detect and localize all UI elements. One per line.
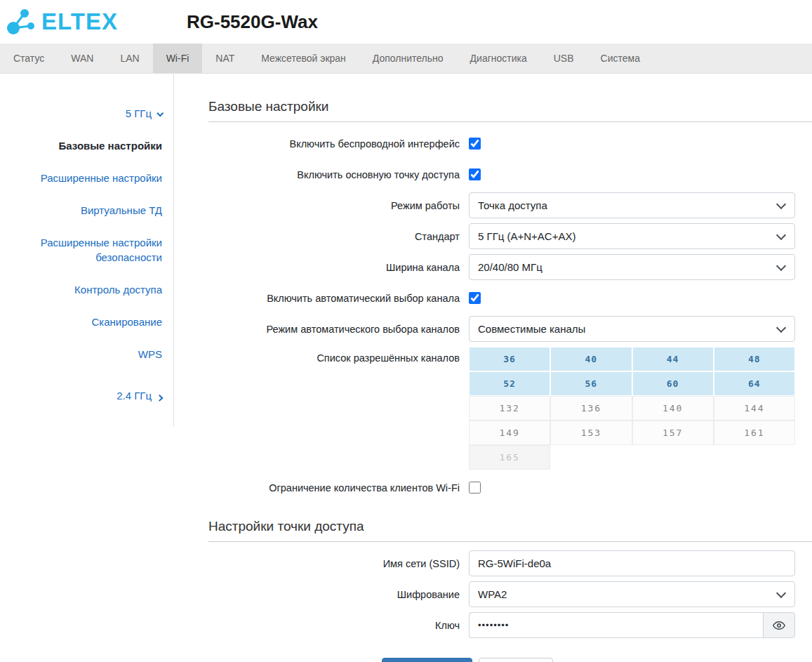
work-mode-select-wrap: Точка доступа xyxy=(469,192,795,218)
auto-channel-row: Включить автоматический выбор канала xyxy=(208,285,812,311)
bandwidth-label: Ширина канала xyxy=(208,262,469,273)
work-mode-select[interactable]: Точка доступа xyxy=(469,192,795,218)
channel-cell-36[interactable]: 36 xyxy=(469,347,550,371)
main-nav: Статус WAN LAN Wi-Fi NAT Межсетевой экра… xyxy=(0,44,812,74)
standard-row: Стандарт 5 ГГц (A+N+AC+AX) xyxy=(208,223,812,249)
nav-tab-status[interactable]: Статус xyxy=(0,44,58,73)
channel-cell-44[interactable]: 44 xyxy=(632,347,714,371)
sidebar-item-wps[interactable]: WPS xyxy=(0,347,162,362)
standard-label: Стандарт xyxy=(208,231,469,242)
chevron-right-icon xyxy=(157,395,164,402)
channel-cell-48[interactable]: 48 xyxy=(714,347,795,371)
nav-tab-advanced[interactable]: Дополнительно xyxy=(359,44,457,73)
nav-tab-lan[interactable]: LAN xyxy=(107,44,152,73)
client-limit-label: Ограничение количества клиентов Wi-Fi xyxy=(208,482,469,494)
channel-cell-52[interactable]: 52 xyxy=(469,371,550,396)
encryption-label: Шифрование xyxy=(208,589,469,600)
key-input[interactable] xyxy=(469,612,763,638)
channel-cell-64[interactable]: 64 xyxy=(714,371,795,396)
auto-channel-mode-label: Режим автоматического выбора каналов xyxy=(208,324,469,335)
sidebar: 5 ГГц Базовые настройки Расширенные наст… xyxy=(0,74,174,427)
nav-tab-usb[interactable]: USB xyxy=(540,44,587,73)
channel-cell-157[interactable]: 157 xyxy=(632,421,714,445)
eltex-molecule-icon xyxy=(6,8,36,36)
allowed-channels-label: Список разрешённых каналов xyxy=(208,347,469,364)
key-label: Ключ xyxy=(208,620,469,631)
form-actions: ✓ Применить ✕ Отмена xyxy=(382,658,812,662)
encryption-select[interactable]: WPA2 xyxy=(469,581,795,607)
auto-channel-mode-select-wrap: Совместимые каналы xyxy=(469,316,795,342)
encryption-select-wrap: WPA2 xyxy=(469,581,795,607)
enable-wireless-row: Включить беспроводной интерфейс xyxy=(208,131,812,157)
sidebar-item-advanced-security[interactable]: Расширенные настройки безопасности xyxy=(0,235,162,265)
channel-cell-149[interactable]: 149 xyxy=(469,421,550,445)
apply-button[interactable]: ✓ Применить xyxy=(382,658,472,662)
allowed-channels-grid: 36 40 44 48 52 56 60 64 132 136 140 144 … xyxy=(469,347,795,470)
sidebar-group-24ghz[interactable]: 2.4 ГГц xyxy=(0,388,162,403)
bandwidth-select-wrap: 20/40/80 МГц xyxy=(469,254,795,280)
key-row: Ключ xyxy=(208,612,812,638)
main-content: Базовые настройки Включить беспроводной … xyxy=(174,74,812,662)
nav-tab-wifi[interactable]: Wi-Fi xyxy=(153,44,203,73)
bandwidth-select[interactable]: 20/40/80 МГц xyxy=(469,254,795,280)
auto-channel-label: Включить автоматический выбор канала xyxy=(208,293,469,304)
ssid-label: Имя сети (SSID) xyxy=(208,558,469,569)
nav-tab-wan[interactable]: WAN xyxy=(58,44,107,73)
content-layout: 5 ГГц Базовые настройки Расширенные наст… xyxy=(0,74,812,662)
client-limit-row: Ограничение количества клиентов Wi-Fi xyxy=(208,475,812,501)
bandwidth-row: Ширина канала 20/40/80 МГц xyxy=(208,254,812,280)
sidebar-group-5ghz-label: 5 ГГц xyxy=(126,107,152,119)
eltex-logo: ELTEX xyxy=(6,8,154,36)
channel-cell-140[interactable]: 140 xyxy=(632,396,714,421)
key-reveal-button[interactable] xyxy=(763,612,795,638)
channel-cell-40[interactable]: 40 xyxy=(550,347,632,371)
sidebar-group-5ghz[interactable]: 5 ГГц xyxy=(0,106,162,121)
sidebar-item-virtual-ap[interactable]: Виртуальные ТД xyxy=(0,203,162,218)
channel-cell-132[interactable]: 132 xyxy=(469,396,550,421)
ssid-row: Имя сети (SSID) xyxy=(208,550,812,576)
enable-main-ap-checkbox[interactable] xyxy=(469,168,481,180)
channel-cell-144[interactable]: 144 xyxy=(714,396,795,421)
enable-wireless-checkbox[interactable] xyxy=(469,138,481,150)
sidebar-item-advanced-settings[interactable]: Расширенные настройки xyxy=(0,171,162,185)
auto-channel-checkbox[interactable] xyxy=(469,292,481,304)
client-limit-checkbox[interactable] xyxy=(469,482,481,494)
channel-cell-56[interactable]: 56 xyxy=(550,371,632,396)
channel-cell-165: 165 xyxy=(469,445,550,470)
nav-tab-nat[interactable]: NAT xyxy=(202,44,248,73)
sidebar-item-scanning[interactable]: Сканирование xyxy=(0,315,162,329)
standard-select[interactable]: 5 ГГц (A+N+AC+AX) xyxy=(469,223,795,249)
work-mode-row: Режим работы Точка доступа xyxy=(208,192,812,218)
channel-cell-136[interactable]: 136 xyxy=(550,396,632,421)
channel-cell-153[interactable]: 153 xyxy=(550,421,632,445)
device-title: RG-5520G-Wax xyxy=(187,11,318,33)
sidebar-group-24ghz-label: 2.4 ГГц xyxy=(117,390,152,402)
nav-tab-system[interactable]: Система xyxy=(587,44,653,73)
eye-icon xyxy=(773,619,785,632)
cancel-button[interactable]: ✕ Отмена xyxy=(479,658,553,662)
enable-main-ap-label: Включить основную точку доступа xyxy=(208,169,469,180)
auto-channel-mode-select[interactable]: Совместимые каналы xyxy=(469,316,795,342)
channel-cell-60[interactable]: 60 xyxy=(632,371,714,396)
encryption-row: Шифрование WPA2 xyxy=(208,581,812,607)
ssid-input[interactable] xyxy=(469,550,795,576)
standard-select-wrap: 5 ГГц (A+N+AC+AX) xyxy=(469,223,795,249)
enable-wireless-label: Включить беспроводной интерфейс xyxy=(208,138,469,150)
key-input-group xyxy=(469,612,795,638)
sidebar-item-access-control[interactable]: Контроль доступа xyxy=(0,282,162,297)
chevron-down-icon xyxy=(157,110,164,117)
enable-main-ap-row: Включить основную точку доступа xyxy=(208,161,812,187)
header: ELTEX RG-5520G-Wax xyxy=(0,0,812,44)
section-basic-settings-title: Базовые настройки xyxy=(208,99,812,122)
channel-cell-161[interactable]: 161 xyxy=(714,421,795,445)
brand-text: ELTEX xyxy=(41,8,118,35)
allowed-channels-row: Список разрешённых каналов 36 40 44 48 5… xyxy=(208,347,812,470)
auto-channel-mode-row: Режим автоматического выбора каналов Сов… xyxy=(208,316,812,342)
nav-tab-firewall[interactable]: Межсетевой экран xyxy=(248,44,359,73)
section-ap-settings-title: Настройки точки доступа xyxy=(208,519,812,542)
sidebar-item-basic-settings[interactable]: Базовые настройки xyxy=(0,138,162,153)
work-mode-label: Режим работы xyxy=(208,200,469,211)
nav-tab-diagnostics[interactable]: Диагностика xyxy=(457,44,540,73)
